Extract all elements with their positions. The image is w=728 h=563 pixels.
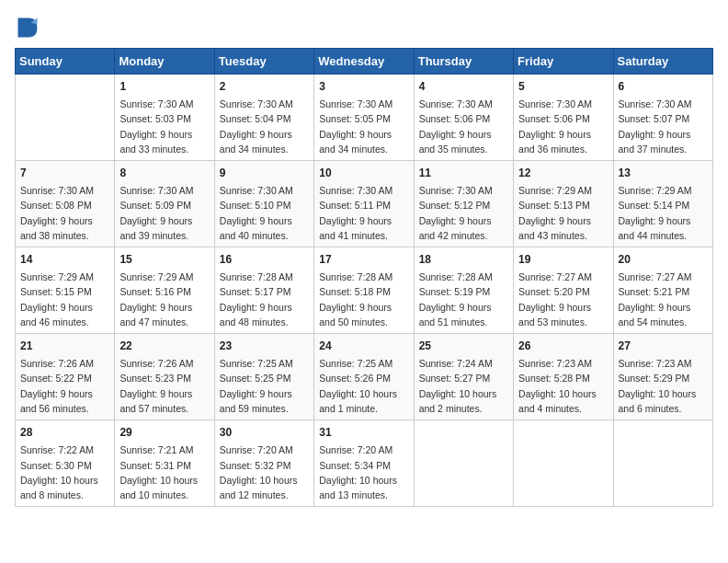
calendar-cell: [514, 420, 613, 507]
day-number: 25: [419, 338, 508, 354]
day-number: 3: [319, 78, 408, 95]
day-number: 1: [119, 78, 209, 95]
header-cell-thursday: Thursday: [414, 49, 513, 75]
calendar-cell: 31Sunrise: 7:20 AM Sunset: 5:34 PM Dayli…: [314, 420, 414, 507]
day-number: 31: [319, 424, 408, 441]
calendar-cell: 29Sunrise: 7:21 AM Sunset: 5:31 PM Dayli…: [115, 420, 214, 507]
calendar-cell: 24Sunrise: 7:25 AM Sunset: 5:26 PM Dayli…: [314, 334, 414, 420]
cell-content: Sunrise: 7:30 AM Sunset: 5:03 PM Dayligh…: [119, 97, 209, 156]
day-number: 10: [319, 165, 408, 181]
day-number: 12: [518, 165, 608, 181]
calendar-cell: 7Sunrise: 7:30 AM Sunset: 5:08 PM Daylig…: [16, 161, 115, 247]
day-number: 29: [119, 424, 209, 441]
cell-content: Sunrise: 7:30 AM Sunset: 5:04 PM Dayligh…: [220, 97, 309, 156]
day-number: 22: [119, 338, 209, 354]
cell-content: Sunrise: 7:29 AM Sunset: 5:15 PM Dayligh…: [20, 270, 109, 329]
cell-content: Sunrise: 7:20 AM Sunset: 5:34 PM Dayligh…: [319, 442, 408, 502]
header-cell-friday: Friday: [514, 49, 613, 75]
day-number: 20: [619, 251, 708, 268]
calendar-cell: 3Sunrise: 7:30 AM Sunset: 5:05 PM Daylig…: [314, 75, 414, 161]
cell-content: Sunrise: 7:25 AM Sunset: 5:25 PM Dayligh…: [220, 356, 309, 416]
day-number: 6: [619, 78, 708, 95]
calendar-cell: 9Sunrise: 7:30 AM Sunset: 5:10 PM Daylig…: [214, 161, 313, 247]
calendar-cell: [613, 420, 712, 507]
calendar-cell: 23Sunrise: 7:25 AM Sunset: 5:25 PM Dayli…: [214, 334, 313, 420]
calendar-cell: 25Sunrise: 7:24 AM Sunset: 5:27 PM Dayli…: [414, 334, 513, 420]
calendar-cell: 6Sunrise: 7:30 AM Sunset: 5:07 PM Daylig…: [613, 75, 712, 161]
header-cell-monday: Monday: [115, 49, 214, 75]
calendar-cell: 2Sunrise: 7:30 AM Sunset: 5:04 PM Daylig…: [214, 75, 313, 161]
calendar-cell: 14Sunrise: 7:29 AM Sunset: 5:15 PM Dayli…: [16, 247, 115, 334]
calendar-cell: [16, 75, 115, 161]
day-number: 26: [518, 338, 608, 354]
cell-content: Sunrise: 7:26 AM Sunset: 5:23 PM Dayligh…: [119, 356, 209, 416]
calendar-cell: 15Sunrise: 7:29 AM Sunset: 5:16 PM Dayli…: [115, 247, 214, 334]
calendar-cell: 20Sunrise: 7:27 AM Sunset: 5:21 PM Dayli…: [613, 247, 712, 334]
day-number: 19: [518, 251, 608, 268]
cell-content: Sunrise: 7:20 AM Sunset: 5:32 PM Dayligh…: [220, 442, 309, 502]
calendar-cell: 13Sunrise: 7:29 AM Sunset: 5:14 PM Dayli…: [613, 161, 712, 247]
cell-content: Sunrise: 7:27 AM Sunset: 5:21 PM Dayligh…: [619, 270, 708, 329]
calendar-cell: 22Sunrise: 7:26 AM Sunset: 5:23 PM Dayli…: [115, 334, 214, 420]
cell-content: Sunrise: 7:27 AM Sunset: 5:20 PM Dayligh…: [518, 270, 608, 329]
calendar-cell: 10Sunrise: 7:30 AM Sunset: 5:11 PM Dayli…: [314, 161, 414, 247]
day-number: 9: [220, 165, 309, 181]
day-number: 7: [20, 165, 109, 181]
cell-content: Sunrise: 7:29 AM Sunset: 5:16 PM Dayligh…: [119, 270, 209, 329]
week-row-3: 14Sunrise: 7:29 AM Sunset: 5:15 PM Dayli…: [16, 247, 713, 334]
week-row-4: 21Sunrise: 7:26 AM Sunset: 5:22 PM Dayli…: [16, 334, 713, 420]
day-number: 27: [619, 338, 708, 354]
calendar-cell: 1Sunrise: 7:30 AM Sunset: 5:03 PM Daylig…: [115, 75, 214, 161]
cell-content: Sunrise: 7:29 AM Sunset: 5:13 PM Dayligh…: [518, 183, 608, 243]
cell-content: Sunrise: 7:24 AM Sunset: 5:27 PM Dayligh…: [419, 356, 508, 416]
cell-content: Sunrise: 7:30 AM Sunset: 5:06 PM Dayligh…: [518, 97, 608, 156]
calendar-cell: 21Sunrise: 7:26 AM Sunset: 5:22 PM Dayli…: [16, 334, 115, 420]
day-number: 18: [419, 251, 508, 268]
calendar-cell: 16Sunrise: 7:28 AM Sunset: 5:17 PM Dayli…: [214, 247, 313, 334]
calendar-cell: 17Sunrise: 7:28 AM Sunset: 5:18 PM Dayli…: [314, 247, 414, 334]
cell-content: Sunrise: 7:21 AM Sunset: 5:31 PM Dayligh…: [119, 442, 209, 502]
day-number: 24: [319, 338, 408, 354]
calendar-table: SundayMondayTuesdayWednesdayThursdayFrid…: [15, 48, 713, 507]
day-number: 8: [119, 165, 209, 181]
calendar-cell: 5Sunrise: 7:30 AM Sunset: 5:06 PM Daylig…: [514, 75, 613, 161]
day-number: 30: [220, 424, 309, 441]
header-cell-wednesday: Wednesday: [314, 49, 414, 75]
cell-content: Sunrise: 7:30 AM Sunset: 5:08 PM Dayligh…: [20, 183, 109, 243]
cell-content: Sunrise: 7:30 AM Sunset: 5:09 PM Dayligh…: [119, 183, 209, 243]
day-number: 2: [220, 78, 309, 95]
cell-content: Sunrise: 7:28 AM Sunset: 5:17 PM Dayligh…: [220, 270, 309, 329]
day-number: 21: [20, 338, 109, 354]
week-row-5: 28Sunrise: 7:22 AM Sunset: 5:30 PM Dayli…: [16, 420, 713, 507]
calendar-cell: 12Sunrise: 7:29 AM Sunset: 5:13 PM Dayli…: [514, 161, 613, 247]
cell-content: Sunrise: 7:30 AM Sunset: 5:12 PM Dayligh…: [419, 183, 508, 243]
day-number: 23: [220, 338, 309, 354]
cell-content: Sunrise: 7:30 AM Sunset: 5:05 PM Dayligh…: [319, 97, 408, 156]
calendar-cell: 28Sunrise: 7:22 AM Sunset: 5:30 PM Dayli…: [16, 420, 115, 507]
calendar-cell: 11Sunrise: 7:30 AM Sunset: 5:12 PM Dayli…: [414, 161, 513, 247]
cell-content: Sunrise: 7:23 AM Sunset: 5:28 PM Dayligh…: [518, 356, 608, 416]
logo: [15, 15, 44, 40]
day-number: 28: [20, 424, 109, 441]
calendar-cell: 26Sunrise: 7:23 AM Sunset: 5:28 PM Dayli…: [514, 334, 613, 420]
calendar-cell: 8Sunrise: 7:30 AM Sunset: 5:09 PM Daylig…: [115, 161, 214, 247]
day-number: 16: [220, 251, 309, 268]
day-number: 17: [319, 251, 408, 268]
week-row-2: 7Sunrise: 7:30 AM Sunset: 5:08 PM Daylig…: [16, 161, 713, 247]
cell-content: Sunrise: 7:28 AM Sunset: 5:18 PM Dayligh…: [319, 270, 408, 329]
cell-content: Sunrise: 7:29 AM Sunset: 5:14 PM Dayligh…: [619, 183, 708, 243]
day-number: 4: [419, 78, 508, 95]
header-cell-saturday: Saturday: [613, 49, 712, 75]
calendar-cell: 30Sunrise: 7:20 AM Sunset: 5:32 PM Dayli…: [214, 420, 313, 507]
calendar-cell: 19Sunrise: 7:27 AM Sunset: 5:20 PM Dayli…: [514, 247, 613, 334]
cell-content: Sunrise: 7:30 AM Sunset: 5:07 PM Dayligh…: [619, 97, 708, 156]
day-number: 15: [119, 251, 209, 268]
cell-content: Sunrise: 7:25 AM Sunset: 5:26 PM Dayligh…: [319, 356, 408, 416]
header-cell-tuesday: Tuesday: [214, 49, 313, 75]
calendar-cell: 27Sunrise: 7:23 AM Sunset: 5:29 PM Dayli…: [613, 334, 712, 420]
cell-content: Sunrise: 7:30 AM Sunset: 5:06 PM Dayligh…: [419, 97, 508, 156]
calendar-cell: [414, 420, 513, 507]
cell-content: Sunrise: 7:28 AM Sunset: 5:19 PM Dayligh…: [419, 270, 508, 329]
logo-icon: [15, 15, 40, 40]
day-number: 11: [419, 165, 508, 181]
